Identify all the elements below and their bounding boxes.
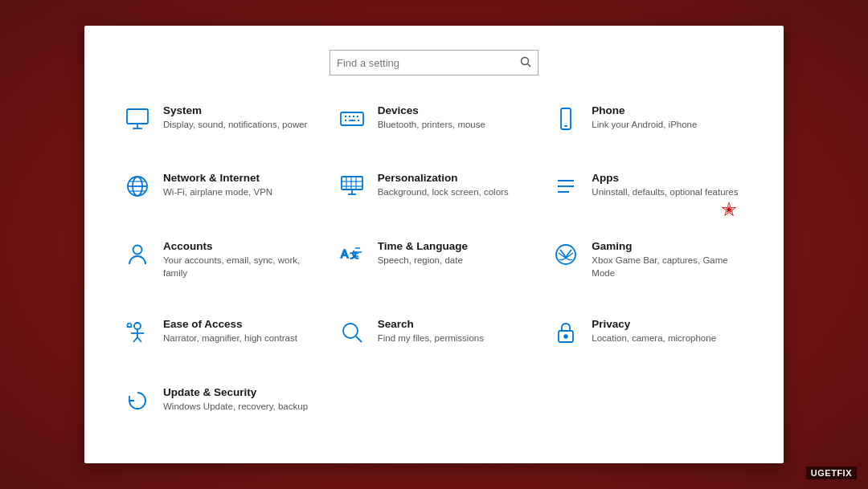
settings-item-desc-time-language: Speech, region, date xyxy=(378,254,468,267)
red-star-icon: ✭ xyxy=(721,200,737,219)
search-input[interactable] xyxy=(337,57,520,69)
settings-item-update-security[interactable]: Update & Security Windows Update, recove… xyxy=(117,378,323,439)
settings-item-title-apps: Apps xyxy=(592,172,738,184)
settings-item-ease-of-access[interactable]: Ease of Access Narrator, magnifier, high… xyxy=(117,310,323,371)
settings-item-text-phone: Phone Link your Android, iPhone xyxy=(592,104,697,131)
svg-point-30 xyxy=(133,245,142,254)
settings-item-privacy[interactable]: Privacy Location, camera, microphone xyxy=(545,310,751,371)
xbox-icon xyxy=(551,240,580,269)
person-icon xyxy=(123,240,152,269)
settings-item-desc-accounts: Your accounts, email, sync, work, family xyxy=(163,254,317,279)
globe-icon xyxy=(123,172,152,201)
watermark: UGETFIX xyxy=(806,467,857,479)
settings-item-text-search: Search Find my files, permissions xyxy=(378,318,484,344)
settings-item-title-gaming: Gaming xyxy=(592,240,745,252)
settings-item-text-system: System Display, sound, notifications, po… xyxy=(163,104,307,131)
time-icon: A文 xyxy=(338,240,366,269)
settings-item-system[interactable]: System Display, sound, notifications, po… xyxy=(117,96,323,157)
settings-item-title-system: System xyxy=(163,104,307,116)
svg-point-0 xyxy=(522,57,529,64)
settings-item-gaming[interactable]: Gaming Xbox Game Bar, captures, Game Mod… xyxy=(545,232,751,304)
settings-item-text-apps: Apps Uninstall, defaults, optional featu… xyxy=(592,172,738,198)
ease-icon xyxy=(123,318,152,347)
settings-item-title-time-language: Time & Language xyxy=(378,240,468,252)
settings-item-desc-ease-of-access: Narrator, magnifier, high contrast xyxy=(163,332,297,344)
lock-icon xyxy=(551,318,580,347)
settings-item-accounts[interactable]: Accounts Your accounts, email, sync, wor… xyxy=(117,232,323,304)
settings-item-title-personalization: Personalization xyxy=(378,172,509,184)
settings-item-text-ease-of-access: Ease of Access Narrator, magnifier, high… xyxy=(163,318,297,344)
update-icon xyxy=(123,386,152,415)
svg-line-1 xyxy=(528,63,531,67)
settings-item-phone[interactable]: Phone Link your Android, iPhone xyxy=(545,96,751,157)
settings-item-desc-system: Display, sound, notifications, power xyxy=(163,118,307,131)
settings-item-desc-phone: Link your Android, iPhone xyxy=(592,118,697,131)
settings-item-desc-apps: Uninstall, defaults, optional features xyxy=(592,185,738,198)
settings-item-title-accounts: Accounts xyxy=(163,240,317,252)
keyboard-icon xyxy=(338,104,366,133)
settings-item-desc-devices: Bluetooth, printers, mouse xyxy=(378,118,485,131)
settings-item-personalization[interactable]: Personalization Background, lock screen,… xyxy=(331,164,538,225)
settings-item-apps[interactable]: Apps Uninstall, defaults, optional featu… xyxy=(545,164,751,225)
settings-item-search[interactable]: Search Find my files, permissions xyxy=(331,310,538,371)
svg-rect-2 xyxy=(127,109,148,124)
settings-grid: System Display, sound, notifications, po… xyxy=(117,96,751,439)
svg-rect-20 xyxy=(342,177,362,189)
svg-text:A: A xyxy=(341,247,349,260)
search-icon xyxy=(520,56,531,70)
settings-item-text-accounts: Accounts Your accounts, email, sync, wor… xyxy=(163,240,317,279)
settings-item-text-privacy: Privacy Location, camera, microphone xyxy=(592,318,716,344)
settings-window: System Display, sound, notifications, po… xyxy=(84,26,784,463)
settings-item-text-time-language: Time & Language Speech, region, date xyxy=(378,240,468,267)
settings-item-text-network: Network & Internet Wi-Fi, airplane mode,… xyxy=(163,172,272,198)
svg-point-36 xyxy=(343,324,358,338)
settings-item-title-phone: Phone xyxy=(592,104,697,116)
svg-point-33 xyxy=(556,245,575,264)
settings-item-network[interactable]: Network & Internet Wi-Fi, airplane mode,… xyxy=(117,164,323,225)
search-icon xyxy=(338,318,366,347)
settings-item-devices[interactable]: Devices Bluetooth, printers, mouse xyxy=(331,96,538,157)
settings-item-time-language[interactable]: A文 Time & Language Speech, region, date xyxy=(331,232,538,304)
settings-item-desc-network: Wi-Fi, airplane mode, VPN xyxy=(163,185,272,198)
settings-item-text-gaming: Gaming Xbox Game Bar, captures, Game Mod… xyxy=(592,240,745,279)
svg-line-37 xyxy=(356,336,362,342)
search-bar-container xyxy=(117,50,751,75)
settings-item-title-devices: Devices xyxy=(378,104,485,116)
settings-item-desc-personalization: Background, lock screen, colors xyxy=(378,185,509,198)
svg-point-34 xyxy=(134,323,141,329)
settings-item-desc-privacy: Location, camera, microphone xyxy=(592,332,716,344)
settings-item-title-ease-of-access: Ease of Access xyxy=(163,318,297,330)
monitor-icon xyxy=(123,104,152,133)
brush-icon xyxy=(338,172,366,201)
svg-point-39 xyxy=(564,335,567,338)
search-bar[interactable] xyxy=(330,50,538,75)
settings-item-desc-update-security: Windows Update, recovery, backup xyxy=(163,400,308,413)
settings-item-text-personalization: Personalization Background, lock screen,… xyxy=(378,172,509,198)
settings-item-title-search: Search xyxy=(378,318,484,330)
settings-item-title-network: Network & Internet xyxy=(163,172,272,184)
settings-item-title-privacy: Privacy xyxy=(592,318,716,330)
svg-rect-5 xyxy=(341,112,363,125)
settings-item-desc-gaming: Xbox Game Bar, captures, Game Mode xyxy=(592,254,745,279)
settings-item-title-update-security: Update & Security xyxy=(163,386,308,398)
settings-item-desc-search: Find my files, permissions xyxy=(378,332,484,344)
phone-icon xyxy=(551,104,580,133)
settings-item-text-update-security: Update & Security Windows Update, recove… xyxy=(163,386,308,413)
settings-item-text-devices: Devices Bluetooth, printers, mouse xyxy=(378,104,485,131)
apps-icon xyxy=(551,172,580,201)
